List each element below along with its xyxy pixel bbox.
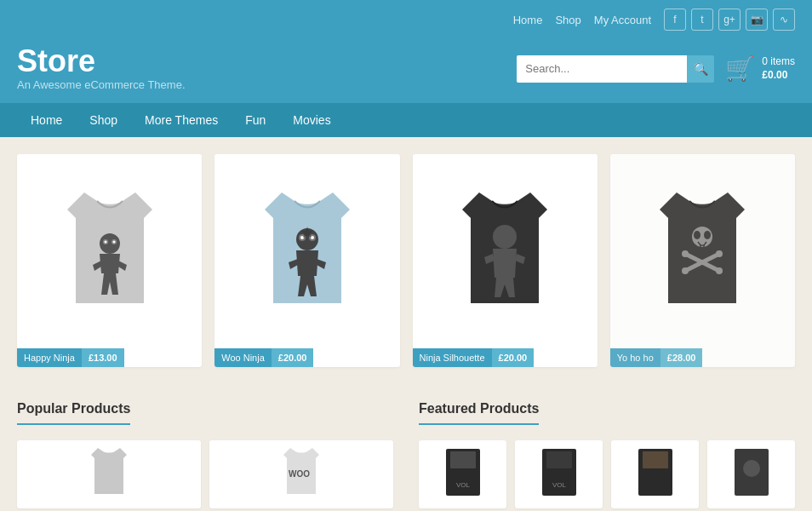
featured-products-section: Featured Products VOL bbox=[419, 401, 795, 508]
product-card-ninja-silhouette[interactable]: Ninja Silhouette £20.00 bbox=[413, 154, 598, 367]
popular-products-title: Popular Products bbox=[17, 401, 130, 425]
product-label-3: Ninja Silhouette £20.00 bbox=[413, 348, 535, 367]
product-label-1: Happy Ninja £13.00 bbox=[17, 348, 124, 367]
mini-product-image-1 bbox=[17, 440, 201, 508]
header-right: 🔍 🛒 0 items £0.00 bbox=[517, 54, 795, 84]
header-top: Home Shop My Account f t g+ 📷 ∿ bbox=[0, 0, 812, 39]
svg-point-9 bbox=[311, 236, 314, 239]
svg-point-22 bbox=[716, 267, 723, 274]
mini-product-1[interactable] bbox=[17, 440, 201, 508]
featured-product-3[interactable] bbox=[611, 440, 699, 508]
svg-point-8 bbox=[300, 236, 304, 239]
featured-products-title: Featured Products bbox=[419, 401, 539, 425]
product-price-4: £28.00 bbox=[660, 348, 703, 367]
cart-price: £0.00 bbox=[762, 69, 795, 83]
svg-point-33 bbox=[743, 460, 760, 477]
cart-icon: 🛒 bbox=[725, 55, 755, 83]
product-label-4: Yo ho ho £28.00 bbox=[610, 348, 703, 367]
svg-point-11 bbox=[493, 225, 517, 249]
googleplus-icon[interactable]: g+ bbox=[718, 9, 741, 31]
svg-point-19 bbox=[682, 250, 689, 257]
svg-point-20 bbox=[716, 250, 723, 257]
svg-text:VOL: VOL bbox=[552, 481, 566, 489]
site-subtitle: An Awesome eCommerce Theme. bbox=[17, 78, 186, 91]
logo-area: Store An Awesome eCommerce Theme. bbox=[17, 46, 186, 91]
featured-product-image-2: VOL bbox=[515, 440, 603, 508]
product-price-3: £20.00 bbox=[492, 348, 535, 367]
header-top-right: Home Shop My Account f t g+ 📷 ∿ bbox=[513, 9, 795, 31]
mini-product-2[interactable]: WOO bbox=[209, 440, 393, 508]
nav-item-morethemes[interactable]: More Themes bbox=[131, 103, 232, 137]
header: Home Shop My Account f t g+ 📷 ∿ Store An… bbox=[0, 0, 812, 137]
tshirt-image-3 bbox=[421, 175, 589, 329]
nav-list: Home Shop More Themes Fun Movies bbox=[17, 103, 795, 137]
product-card-yo-ho-ho[interactable]: Yo ho ho £28.00 bbox=[610, 154, 795, 367]
product-price-1: £13.00 bbox=[82, 348, 124, 367]
site-title: Store bbox=[17, 46, 186, 77]
svg-text:WOO: WOO bbox=[289, 469, 310, 479]
instagram-icon[interactable]: 📷 bbox=[746, 9, 768, 31]
featured-product-image-3 bbox=[611, 440, 699, 508]
svg-rect-25 bbox=[450, 451, 476, 468]
product-name-2: Woo Ninja bbox=[214, 348, 272, 367]
main-content: Happy Ninja £13.00 bbox=[0, 137, 812, 511]
svg-rect-28 bbox=[546, 451, 572, 468]
twitter-icon[interactable]: t bbox=[691, 9, 713, 31]
featured-product-image-1: VOL bbox=[419, 440, 506, 508]
rss-icon[interactable]: ∿ bbox=[773, 9, 795, 31]
search-button[interactable]: 🔍 bbox=[687, 55, 714, 83]
product-name-3: Ninja Silhouette bbox=[413, 348, 492, 367]
nav-item-shop[interactable]: Shop bbox=[76, 103, 131, 137]
cart-icon-box: 🛒 bbox=[724, 54, 755, 84]
product-label-2: Woo Ninja £20.00 bbox=[214, 348, 313, 367]
products-grid: Happy Ninja £13.00 bbox=[17, 154, 795, 367]
svg-rect-31 bbox=[643, 451, 668, 468]
popular-products-list: WOO bbox=[17, 440, 393, 508]
top-nav: Home Shop My Account bbox=[513, 14, 651, 26]
tshirt-image-4 bbox=[619, 175, 786, 329]
mini-product-image-2: WOO bbox=[209, 440, 393, 508]
cart-items-count: 0 items bbox=[762, 55, 795, 69]
product-card-woo-ninja[interactable]: Woo Ninja £20.00 bbox=[214, 154, 399, 367]
svg-point-13 bbox=[694, 231, 700, 239]
search-input[interactable] bbox=[517, 55, 687, 83]
top-nav-home[interactable]: Home bbox=[513, 14, 543, 26]
product-name-1: Happy Ninja bbox=[17, 348, 82, 367]
svg-point-0 bbox=[100, 233, 120, 254]
featured-products-list: VOL VOL bbox=[419, 440, 795, 508]
nav-bar: Home Shop More Themes Fun Movies bbox=[0, 103, 812, 137]
social-icons: f t g+ 📷 ∿ bbox=[664, 9, 795, 31]
svg-text:VOL: VOL bbox=[455, 481, 470, 489]
cart-area[interactable]: 🛒 0 items £0.00 bbox=[724, 54, 795, 84]
featured-product-image-4 bbox=[707, 440, 795, 508]
nav-item-fun[interactable]: Fun bbox=[232, 103, 279, 137]
nav-item-home[interactable]: Home bbox=[17, 103, 76, 137]
search-area: 🔍 bbox=[517, 55, 714, 83]
featured-product-4[interactable] bbox=[707, 440, 795, 508]
tshirt-image-1 bbox=[26, 175, 193, 329]
featured-product-1[interactable]: VOL bbox=[419, 440, 506, 508]
bottom-sections: Popular Products WOO bbox=[17, 401, 795, 508]
svg-point-4 bbox=[112, 241, 115, 244]
top-nav-myaccount[interactable]: My Account bbox=[594, 14, 651, 26]
featured-product-2[interactable]: VOL bbox=[515, 440, 603, 508]
header-middle: Store An Awesome eCommerce Theme. 🔍 🛒 0 … bbox=[0, 39, 812, 103]
product-price-2: £20.00 bbox=[272, 348, 314, 367]
cart-info: 0 items £0.00 bbox=[762, 55, 795, 82]
facebook-icon[interactable]: f bbox=[664, 9, 686, 31]
product-name-4: Yo ho ho bbox=[610, 348, 660, 367]
tshirt-image-2 bbox=[223, 175, 391, 329]
top-nav-shop[interactable]: Shop bbox=[555, 14, 580, 26]
svg-point-14 bbox=[704, 231, 711, 239]
nav-item-movies[interactable]: Movies bbox=[279, 103, 344, 137]
svg-point-21 bbox=[682, 267, 689, 274]
product-card-happy-ninja[interactable]: Happy Ninja £13.00 bbox=[17, 154, 202, 367]
popular-products-section: Popular Products WOO bbox=[17, 401, 393, 508]
svg-point-3 bbox=[104, 241, 106, 244]
